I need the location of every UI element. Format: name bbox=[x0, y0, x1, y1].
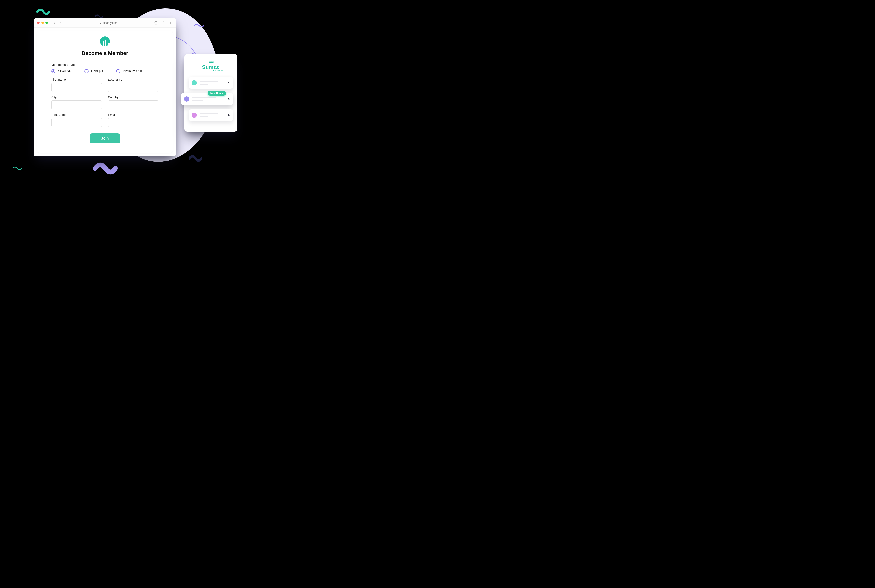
window-controls bbox=[37, 22, 48, 24]
svg-rect-4 bbox=[108, 42, 109, 46]
membership-option-gold[interactable]: Gold $60 bbox=[84, 69, 104, 73]
notification-card-new-donor[interactable]: New Donor bbox=[181, 93, 233, 105]
new-donor-badge: New Donor bbox=[208, 91, 226, 96]
decoration-wave-icon bbox=[36, 8, 50, 15]
option-price: $100 bbox=[136, 69, 144, 73]
post-code-label: Post Code bbox=[51, 113, 102, 116]
first-name-label: First name bbox=[51, 78, 102, 81]
first-name-input[interactable] bbox=[51, 83, 102, 92]
decoration-wave-icon bbox=[12, 165, 22, 172]
crm-logo-name: Sumac bbox=[202, 64, 220, 70]
svg-rect-2 bbox=[105, 40, 106, 46]
notification-text-placeholder bbox=[192, 97, 224, 101]
notification-text-placeholder bbox=[200, 113, 224, 117]
address-bar[interactable]: charity.com bbox=[99, 21, 118, 24]
membership-option-silver[interactable]: Silver $40 bbox=[51, 69, 72, 73]
new-tab-button[interactable] bbox=[168, 21, 173, 25]
crm-logo-mark-icon: ▰▰ bbox=[209, 60, 213, 64]
bell-icon bbox=[227, 114, 230, 117]
crm-panel: ▰▰ Sumac BY SOCIET New Donor bbox=[184, 54, 237, 132]
bell-icon bbox=[227, 81, 230, 84]
avatar-icon bbox=[184, 96, 189, 102]
option-name: Gold bbox=[91, 69, 98, 73]
crm-logo: ▰▰ Sumac BY SOCIET bbox=[189, 60, 233, 72]
country-label: Country bbox=[108, 95, 158, 99]
last-name-input[interactable] bbox=[108, 83, 158, 92]
decoration-wave-icon bbox=[89, 162, 122, 174]
refresh-button[interactable] bbox=[154, 21, 158, 25]
browser-titlebar: charity.com bbox=[34, 18, 176, 27]
radio-icon bbox=[116, 69, 120, 73]
crm-logo-byline: BY SOCIET bbox=[213, 70, 225, 72]
close-window-icon[interactable] bbox=[37, 22, 40, 24]
city-label: City bbox=[51, 95, 102, 99]
option-price: $60 bbox=[99, 69, 104, 73]
notification-card[interactable] bbox=[189, 77, 233, 88]
email-label: Email bbox=[108, 113, 158, 116]
minimize-window-icon[interactable] bbox=[41, 22, 44, 24]
country-input[interactable] bbox=[108, 100, 158, 110]
membership-option-platinum[interactable]: Platinum $100 bbox=[116, 69, 143, 73]
decoration-wave-icon bbox=[189, 155, 201, 162]
radio-icon bbox=[84, 69, 89, 73]
notification-card[interactable] bbox=[189, 110, 233, 121]
email-input[interactable] bbox=[108, 118, 158, 127]
avatar-icon bbox=[192, 80, 197, 86]
option-price: $40 bbox=[67, 69, 72, 73]
address-bar-text: charity.com bbox=[103, 21, 118, 24]
join-button[interactable]: Join bbox=[90, 134, 120, 143]
post-code-input[interactable] bbox=[51, 118, 102, 127]
notification-text-placeholder bbox=[200, 81, 224, 85]
option-name: Platinum bbox=[123, 69, 135, 73]
svg-rect-1 bbox=[103, 41, 104, 46]
svg-rect-0 bbox=[102, 42, 102, 46]
membership-type-label: Membership Type bbox=[51, 63, 158, 66]
zoom-window-icon[interactable] bbox=[45, 22, 48, 24]
avatar-icon bbox=[192, 112, 197, 118]
last-name-label: Last name bbox=[108, 78, 158, 81]
forward-button[interactable] bbox=[57, 20, 63, 26]
bell-icon bbox=[227, 98, 230, 100]
form-title: Become a Member bbox=[51, 50, 158, 57]
browser-window: charity.com bbox=[34, 18, 176, 156]
charity-logo-icon bbox=[100, 36, 110, 46]
radio-icon bbox=[51, 69, 56, 73]
option-name: Silver bbox=[58, 69, 66, 73]
svg-rect-3 bbox=[107, 41, 107, 46]
decoration-wave-icon bbox=[194, 22, 204, 29]
membership-card: Become a Member Membership Type Silver $… bbox=[37, 31, 173, 153]
back-button[interactable] bbox=[52, 20, 57, 26]
city-input[interactable] bbox=[51, 100, 102, 110]
lock-icon bbox=[99, 22, 102, 24]
share-button[interactable] bbox=[161, 21, 165, 25]
membership-radio-group: Silver $40 Gold $60 Platinum $100 bbox=[51, 69, 158, 73]
